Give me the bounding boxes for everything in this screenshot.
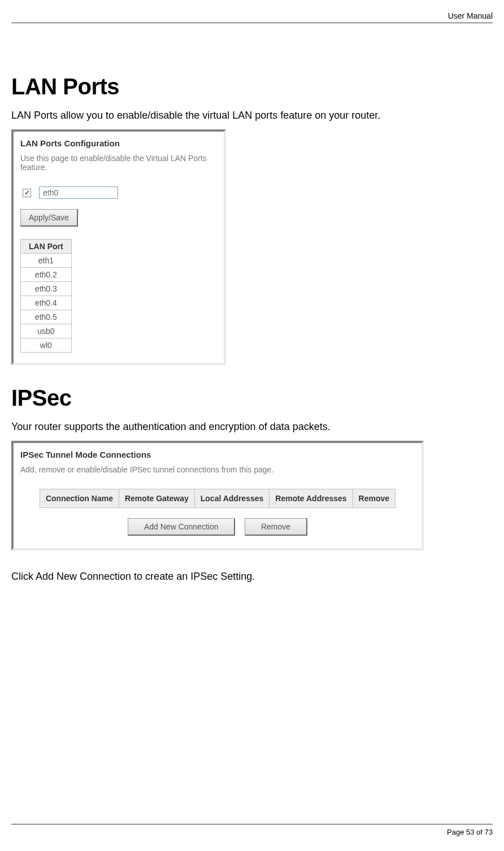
- remove-connection-button[interactable]: Remove: [245, 518, 307, 536]
- ipsec-connections-table: Connection Name Remote Gateway Local Add…: [40, 489, 396, 508]
- table-row: eth1: [21, 254, 72, 268]
- lan-port-table: LAN Port eth1 eth0.2 eth0.3 eth0.4 eth0.…: [20, 239, 72, 353]
- ipsec-panel-subtitle: Add, remove or enable/disable IPSec tunn…: [20, 465, 415, 474]
- add-new-connection-button[interactable]: Add New Connection: [128, 518, 236, 536]
- page-total: of 73: [474, 828, 493, 836]
- lan-panel-subtitle: Use this page to enable/disable the Virt…: [20, 154, 217, 172]
- doc-footer: Page 53 of 73: [11, 824, 493, 836]
- col-remote-gateway: Remote Gateway: [119, 489, 194, 508]
- ipsec-panel: IPSec Tunnel Mode Connections Add, remov…: [11, 441, 424, 550]
- doc-header-title: User Manual: [448, 11, 493, 20]
- lan-enable-checkbox[interactable]: ✓: [23, 189, 31, 197]
- lan-intro: LAN Ports allow you to enable/disable th…: [11, 110, 493, 121]
- page-number: Page 53: [447, 828, 474, 836]
- heading-ipsec: IPSec: [11, 385, 493, 411]
- table-row: wl0: [21, 338, 72, 353]
- lan-port-name-input[interactable]: [39, 186, 118, 199]
- lan-panel-title: LAN Ports Configuration: [20, 138, 217, 148]
- apply-save-button[interactable]: Apply/Save: [20, 209, 78, 227]
- ipsec-panel-title: IPSec Tunnel Mode Connections: [20, 450, 415, 459]
- ipsec-after-text: Click Add New Connection to create an IP…: [11, 571, 493, 583]
- col-local-addresses: Local Addresses: [194, 489, 270, 508]
- table-row: eth0.5: [21, 310, 72, 324]
- doc-header: User Manual: [11, 11, 493, 23]
- ipsec-intro: Your router supports the authentication …: [11, 421, 493, 433]
- table-row: eth0.2: [21, 268, 72, 282]
- table-row: eth0.3: [21, 282, 72, 296]
- heading-lan-ports: LAN Ports: [11, 74, 493, 99]
- col-remove: Remove: [353, 489, 395, 508]
- col-connection-name: Connection Name: [40, 489, 119, 508]
- lan-port-table-header: LAN Port: [21, 240, 72, 254]
- table-row: usb0: [21, 324, 72, 338]
- table-row: eth0.4: [21, 296, 72, 310]
- lan-config-panel: LAN Ports Configuration Use this page to…: [11, 129, 226, 365]
- col-remote-addresses: Remote Addresses: [270, 489, 353, 508]
